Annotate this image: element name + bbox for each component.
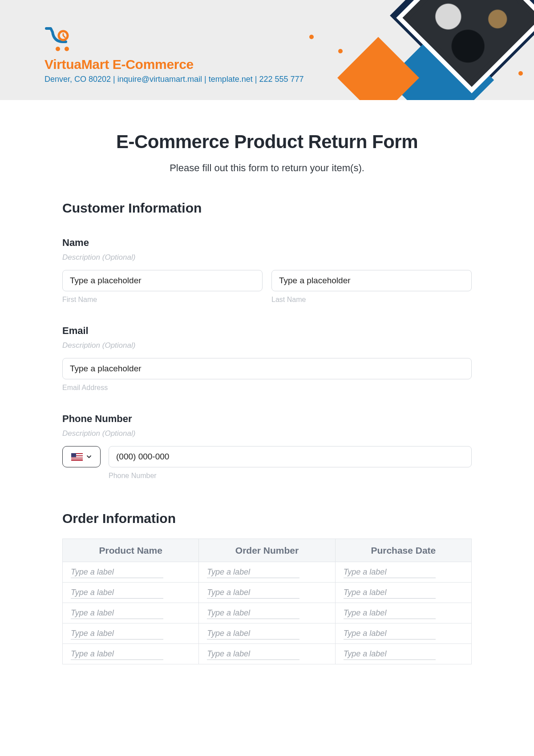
table-cell-input[interactable]	[207, 607, 299, 619]
table-cell-input[interactable]	[207, 648, 299, 660]
email-sublabel: Email Address	[62, 384, 472, 392]
table-cell-input[interactable]	[207, 567, 299, 578]
table-cell-input[interactable]	[71, 628, 163, 639]
cart-logo-icon	[44, 26, 76, 53]
phone-description: Description (Optional)	[62, 429, 472, 438]
table-cell	[335, 583, 471, 603]
company-contact: Denver, CO 80202 | inquire@virtuamart.ma…	[44, 75, 534, 84]
email-input[interactable]	[62, 358, 472, 379]
table-cell	[63, 644, 199, 664]
order-table-header: Product Name	[63, 539, 199, 562]
page-title: E-Commerce Product Return Form	[62, 131, 472, 153]
table-cell-input[interactable]	[344, 648, 436, 660]
table-cell	[335, 562, 471, 583]
company-name: VirtuaMart E-Commerce	[44, 57, 534, 72]
phone-label: Phone Number	[62, 413, 472, 425]
table-cell-input[interactable]	[71, 567, 163, 578]
header-banner: VirtuaMart E-Commerce Denver, CO 80202 |…	[0, 0, 534, 100]
table-cell-input[interactable]	[207, 628, 299, 639]
table-cell	[335, 644, 471, 664]
name-label: Name	[62, 237, 472, 249]
phone-sublabel: Phone Number	[109, 472, 472, 480]
table-cell-input[interactable]	[344, 607, 436, 619]
table-row	[63, 623, 472, 644]
first-name-sublabel: First Name	[62, 296, 263, 304]
field-group-email: Email Description (Optional) Email Addre…	[62, 325, 472, 392]
phone-input[interactable]	[109, 446, 472, 467]
table-cell	[199, 644, 335, 664]
table-cell-input[interactable]	[207, 587, 299, 599]
section-order-information: Order Information	[62, 511, 472, 526]
table-cell-input[interactable]	[71, 587, 163, 599]
last-name-input[interactable]	[271, 270, 472, 291]
table-row	[63, 603, 472, 623]
page-subtitle: Please fill out this form to return your…	[62, 162, 472, 174]
table-row	[63, 562, 472, 583]
table-row	[63, 644, 472, 664]
table-cell-input[interactable]	[344, 587, 436, 599]
svg-point-1	[65, 47, 69, 51]
table-cell-input[interactable]	[71, 607, 163, 619]
field-group-phone: Phone Number Description (Optional) Phon…	[62, 413, 472, 480]
table-cell	[199, 562, 335, 583]
table-cell	[335, 603, 471, 623]
order-table-header: Purchase Date	[335, 539, 471, 562]
us-flag-icon	[71, 453, 83, 461]
table-cell-input[interactable]	[344, 628, 436, 639]
email-description: Description (Optional)	[62, 341, 472, 350]
table-cell-input[interactable]	[71, 648, 163, 660]
order-table-header: Order Number	[199, 539, 335, 562]
chevron-down-icon	[86, 454, 92, 459]
section-customer-information: Customer Information	[62, 201, 472, 216]
order-table: Product Name Order Number Purchase Date	[62, 539, 472, 664]
table-cell	[63, 603, 199, 623]
name-description: Description (Optional)	[62, 253, 472, 262]
table-cell	[335, 623, 471, 644]
first-name-input[interactable]	[62, 270, 263, 291]
svg-point-0	[56, 47, 60, 51]
table-cell	[63, 562, 199, 583]
table-cell	[199, 603, 335, 623]
table-row	[63, 583, 472, 603]
table-cell	[63, 583, 199, 603]
table-cell	[199, 583, 335, 603]
field-group-name: Name Description (Optional) First Name L…	[62, 237, 472, 304]
table-cell	[63, 623, 199, 644]
table-cell-input[interactable]	[344, 567, 436, 578]
table-cell	[199, 623, 335, 644]
phone-country-select[interactable]	[62, 446, 101, 467]
email-label: Email	[62, 325, 472, 337]
last-name-sublabel: Last Name	[271, 296, 472, 304]
